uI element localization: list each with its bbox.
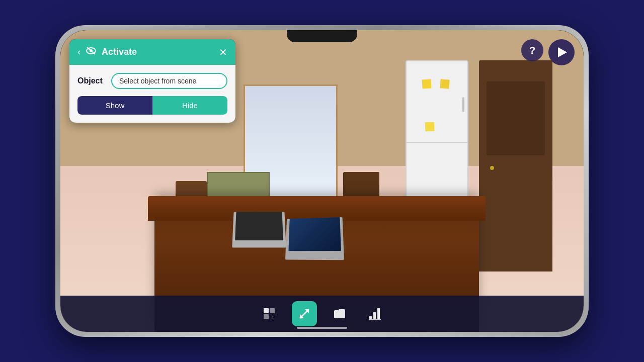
laptop-left — [232, 212, 286, 248]
phone-outer: ? ‹ — [55, 25, 589, 337]
svg-rect-4 — [270, 308, 275, 313]
door — [479, 60, 552, 272]
svg-rect-3 — [264, 308, 269, 313]
eye-svg — [86, 45, 97, 56]
svg-text:+: + — [271, 314, 275, 320]
svg-rect-10 — [369, 316, 372, 319]
top-right-buttons: ? — [521, 39, 575, 65]
help-button[interactable]: ? — [521, 39, 543, 61]
chart-icon — [368, 307, 381, 320]
eye-icon — [86, 45, 97, 59]
buttons-row: Show Hide — [77, 96, 227, 115]
toolbar-item-folder[interactable] — [327, 301, 352, 326]
close-icon[interactable]: ✕ — [219, 46, 227, 58]
object-row: Object Select object from scene — [77, 73, 227, 89]
back-arrow[interactable]: ‹ — [77, 47, 80, 57]
scene: ? ‹ — [60, 30, 584, 332]
toolbar-item-chart[interactable] — [362, 301, 387, 326]
svg-rect-12 — [377, 308, 380, 319]
add-object-icon: + — [263, 307, 276, 320]
transform-icon — [298, 307, 311, 320]
show-button[interactable]: Show — [77, 96, 152, 115]
sticky-note-2 — [440, 79, 450, 89]
play-icon — [558, 47, 567, 57]
sticky-note-3 — [425, 122, 434, 132]
home-indicator — [297, 327, 347, 329]
svg-rect-11 — [373, 312, 376, 319]
bottom-toolbar: + — [60, 296, 584, 332]
activate-panel: ‹ Activate ✕ — [69, 39, 235, 123]
hide-button[interactable]: Hide — [152, 96, 227, 115]
laptop-right — [285, 217, 344, 260]
object-select[interactable]: Select object from scene — [111, 73, 227, 89]
toolbar-item-add-object[interactable]: + — [257, 301, 282, 326]
object-label: Object — [77, 76, 105, 85]
toolbar-item-transform[interactable] — [292, 301, 317, 326]
panel-header: ‹ Activate ✕ — [69, 39, 235, 65]
help-label: ? — [529, 45, 535, 56]
object-placeholder: Select object from scene — [119, 77, 196, 85]
svg-rect-5 — [264, 314, 269, 319]
folder-icon — [333, 307, 346, 320]
page-background: ? ‹ — [0, 0, 644, 362]
notch — [287, 30, 357, 42]
sticky-note-1 — [422, 79, 431, 88]
phone-inner: ? ‹ — [60, 30, 584, 332]
panel-body: Object Select object from scene Show Hid… — [69, 65, 235, 123]
panel-title: Activate — [102, 47, 214, 57]
play-button[interactable] — [548, 39, 575, 65]
